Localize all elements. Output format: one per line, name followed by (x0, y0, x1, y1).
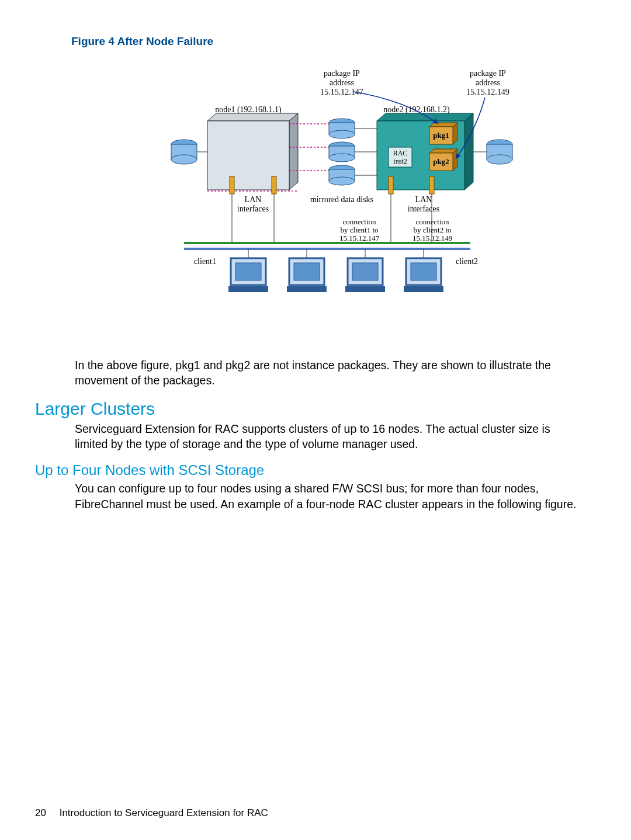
svg-point-45 (329, 177, 355, 185)
svg-point-35 (487, 155, 512, 164)
svg-text:LAN: LAN (245, 195, 262, 204)
footer-title: Introduction to Serviceguard Extension f… (60, 807, 268, 818)
svg-marker-8 (207, 113, 298, 121)
svg-text:address: address (330, 78, 354, 87)
disk-icon (329, 142, 355, 162)
client-icon: client2 (404, 249, 478, 292)
svg-rect-85 (411, 263, 436, 280)
svg-marker-15 (377, 113, 473, 121)
page-footer: 20 Introduction to Serviceguard Extensio… (35, 807, 268, 819)
svg-text:client1: client1 (194, 257, 216, 266)
svg-marker-22 (453, 123, 457, 144)
svg-marker-16 (464, 113, 473, 190)
svg-text:mirrored data disks: mirrored data disks (310, 195, 373, 204)
svg-text:RAC: RAC (393, 149, 408, 157)
section-heading-larger-clusters: Larger Clusters (35, 399, 578, 419)
svg-text:15.15.12.149: 15.15.12.149 (466, 88, 509, 96)
svg-text:client2: client2 (456, 257, 478, 266)
svg-text:address: address (476, 78, 500, 87)
svg-rect-54 (429, 176, 434, 194)
disk-icon (329, 165, 355, 185)
disk-icon (329, 119, 355, 138)
svg-text:by client1 to: by client1 to (341, 225, 379, 234)
svg-rect-50 (272, 176, 276, 194)
svg-rect-82 (345, 286, 385, 292)
svg-rect-81 (352, 263, 378, 280)
page-number: 20 (35, 807, 46, 818)
client-icon: client1 (194, 249, 268, 292)
figure-caption: Figure 4 After Node Failure (71, 35, 578, 48)
svg-rect-77 (294, 263, 320, 280)
svg-text:pkg2: pkg2 (433, 157, 449, 166)
svg-rect-78 (287, 286, 327, 292)
svg-rect-10 (207, 121, 289, 190)
svg-marker-26 (453, 149, 457, 171)
svg-point-42 (329, 154, 355, 162)
svg-text:package IP: package IP (470, 69, 506, 78)
disk-icon (171, 140, 207, 164)
body-paragraph: In the above figure, pkg1 and pkg2 are n… (75, 357, 578, 388)
svg-text:15.15.12.147: 15.15.12.147 (339, 234, 380, 242)
figure-diagram: package IP address 15.15.12.147 package … (105, 65, 543, 334)
svg-text:interfaces: interfaces (237, 204, 269, 213)
svg-text:15.15.12.149: 15.15.12.149 (412, 234, 452, 242)
svg-rect-86 (404, 286, 443, 292)
client-icon (345, 249, 385, 292)
svg-text:pkg1: pkg1 (433, 131, 449, 140)
disk-icon (473, 140, 512, 164)
svg-rect-72 (235, 263, 261, 280)
svg-text:interfaces: interfaces (408, 204, 439, 213)
body-paragraph: Serviceguard Extension for RAC supports … (75, 421, 578, 452)
svg-text:connection: connection (342, 217, 376, 226)
svg-text:package IP: package IP (324, 69, 360, 78)
svg-point-31 (171, 155, 197, 164)
svg-rect-53 (389, 176, 393, 194)
svg-rect-49 (230, 176, 234, 194)
svg-text:LAN: LAN (415, 195, 432, 204)
svg-text:by client2 to: by client2 to (414, 225, 452, 234)
svg-rect-73 (228, 286, 268, 292)
body-paragraph: You can configure up to four nodes using… (75, 481, 578, 512)
svg-text:connection: connection (415, 217, 449, 226)
client-icon (287, 249, 327, 292)
svg-marker-9 (289, 113, 298, 190)
svg-point-39 (329, 130, 355, 138)
svg-text:inst2: inst2 (393, 157, 407, 165)
section-heading-scsi: Up to Four Nodes with SCSI Storage (35, 462, 578, 478)
